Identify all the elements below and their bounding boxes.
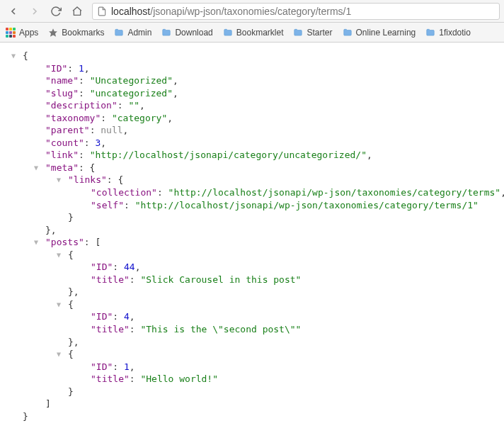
- address-bar[interactable]: localhost/jsonapi/wp-json/taxonomies/cat…: [92, 3, 500, 20]
- json-close-brace: }: [6, 211, 498, 224]
- page-icon: [97, 6, 107, 16]
- json-post-title: "title": "Hello world!": [6, 373, 498, 386]
- json-field-parent: "parent": null,: [6, 124, 498, 137]
- json-field-meta: ▼"meta": {: [6, 162, 498, 174]
- json-field-slug: "slug": "uncategorized",: [6, 87, 498, 100]
- folder-icon: [223, 28, 233, 38]
- json-close-brace: },: [6, 336, 498, 349]
- json-post-title: "title": "Slick Carousel in this post": [6, 274, 498, 286]
- folder-icon: [161, 28, 171, 38]
- json-close-brace: }: [6, 386, 498, 398]
- folder-icon: [114, 28, 124, 38]
- bookmarks-bar: Apps Bookmarks Admin Download Bookmarkle…: [0, 23, 504, 43]
- folder-icon: [425, 28, 435, 38]
- json-post-open: ▼{: [6, 298, 498, 311]
- bookmark-1fixdotio[interactable]: 1fixdotio: [425, 28, 471, 38]
- bookmark-admin[interactable]: Admin: [114, 28, 151, 38]
- folder-icon: [293, 28, 303, 38]
- collapse-toggle[interactable]: ▼: [34, 163, 38, 173]
- json-field-name: "name": "Uncategorized",: [6, 74, 498, 87]
- bookmark-bookmarks[interactable]: Bookmarks: [48, 28, 104, 38]
- bookmark-bookmarklet[interactable]: Bookmarklet: [223, 28, 284, 38]
- home-button[interactable]: [68, 3, 86, 20]
- json-post-open: ▼{: [6, 249, 498, 262]
- apps-label: Apps: [19, 28, 38, 38]
- json-field-links: ▼"links": {: [6, 174, 498, 186]
- bookmark-download[interactable]: Download: [161, 28, 212, 38]
- browser-toolbar: localhost/jsonapi/wp-json/taxonomies/cat…: [0, 0, 504, 23]
- json-root-open: ▼{: [6, 50, 498, 62]
- collapse-toggle[interactable]: ▼: [57, 175, 61, 185]
- json-post-open: ▼{: [6, 348, 498, 361]
- folder-icon: [343, 28, 353, 38]
- star-icon: [48, 28, 58, 38]
- url-text: localhost/jsonapi/wp-json/taxonomies/cat…: [111, 6, 351, 17]
- bookmark-starter[interactable]: Starter: [293, 28, 332, 38]
- back-button[interactable]: [4, 3, 23, 20]
- svg-marker-0: [50, 28, 58, 37]
- json-field-self: "self": "http://localhost/jsonapi/wp-jso…: [6, 199, 498, 212]
- json-field-description: "description": "",: [6, 99, 498, 112]
- collapse-toggle[interactable]: ▼: [34, 237, 38, 247]
- json-field-link: "link": "http://localhost/jsonapi/catego…: [6, 149, 498, 162]
- json-field-id: "ID": 1,: [6, 62, 498, 75]
- json-viewer: ▼{ "ID": 1, "name": "Uncategorized", "sl…: [0, 43, 504, 433]
- json-close-brace: },: [6, 224, 498, 237]
- json-field-taxonomy: "taxonomy": "category",: [6, 112, 498, 125]
- json-post-title: "title": "This is the \"second post\"": [6, 323, 498, 336]
- json-root-close: }: [6, 410, 498, 423]
- json-close-bracket: ]: [6, 398, 498, 410]
- bookmark-online-learning[interactable]: Online Learning: [343, 28, 416, 38]
- collapse-toggle[interactable]: ▼: [57, 349, 61, 359]
- json-field-collection: "collection": "http://localhost/jsonapi/…: [6, 186, 498, 199]
- json-post-id: "ID": 1,: [6, 361, 498, 373]
- json-post-id: "ID": 4,: [6, 310, 498, 323]
- apps-button[interactable]: Apps: [6, 28, 38, 38]
- collapse-toggle[interactable]: ▼: [11, 51, 16, 61]
- json-field-posts: ▼"posts": [: [6, 236, 498, 249]
- json-close-brace: },: [6, 286, 498, 298]
- json-post-id: "ID": 44,: [6, 261, 498, 274]
- collapse-toggle[interactable]: ▼: [57, 250, 61, 260]
- apps-icon: [6, 28, 16, 38]
- json-field-count: "count": 3,: [6, 137, 498, 150]
- reload-button[interactable]: [47, 3, 65, 20]
- collapse-toggle[interactable]: ▼: [57, 300, 61, 310]
- forward-button[interactable]: [25, 3, 44, 20]
